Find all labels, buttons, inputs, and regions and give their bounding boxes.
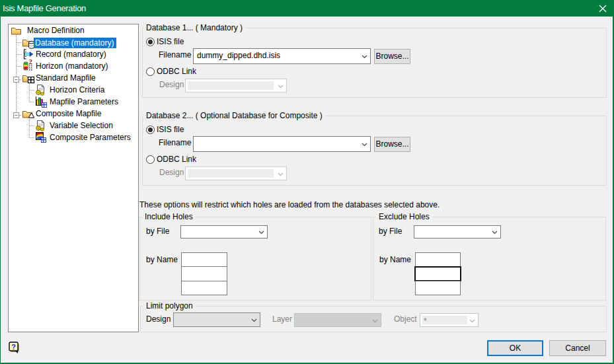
svg-text:?: ? — [29, 57, 33, 65]
svg-text:?: ? — [11, 343, 16, 351]
